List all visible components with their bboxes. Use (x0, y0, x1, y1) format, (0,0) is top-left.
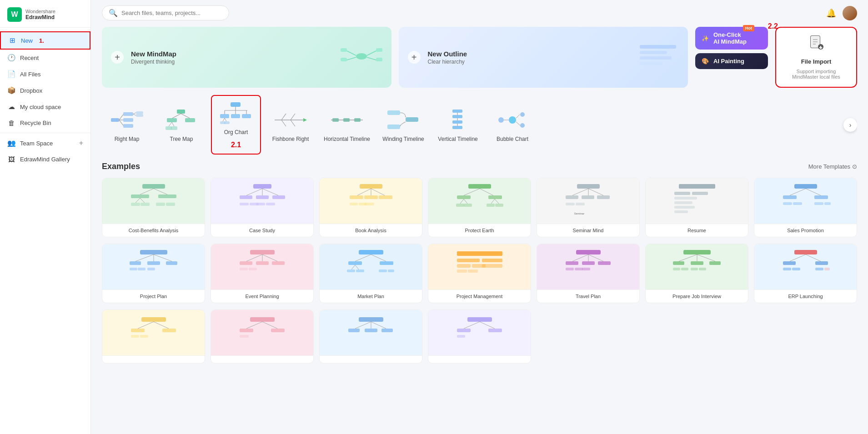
svg-rect-112 (350, 203, 358, 205)
template-winding-timeline[interactable]: Winding Timeline (378, 103, 428, 147)
svg-line-131 (588, 189, 603, 195)
sidebar-item-team-space[interactable]: 👥 Team Space + (0, 135, 90, 151)
mindmap-illustration (339, 43, 384, 72)
search-input[interactable] (121, 10, 222, 16)
mindmap-card-text: New MindMap Divergent thinking (131, 50, 176, 65)
svg-line-223 (138, 322, 154, 329)
example-event-planning[interactable]: Event Planning (211, 244, 314, 303)
file-import-card[interactable]: File Import Support importing MindMaster… (775, 27, 857, 88)
right-map-label: Right Map (115, 136, 140, 142)
template-horizontal-timeline[interactable]: Horizontal Timeline (320, 103, 374, 147)
template-org-chart[interactable]: Org Chart 2.1 (211, 95, 261, 155)
prepare-job-interview-label: Prepare Job Interview (646, 289, 748, 303)
svg-rect-63 (332, 118, 339, 122)
more-templates-link[interactable]: More Templates ⊙ (808, 163, 857, 170)
svg-line-88 (135, 198, 140, 203)
file-import-icon (808, 35, 824, 55)
svg-rect-139 (674, 192, 690, 195)
example-project-plan[interactable]: Project Plan (102, 244, 205, 303)
ai-section: ✨ One-ClickAI MindMap Hot 🎨 AI Painting (695, 27, 768, 88)
svg-rect-22 (111, 118, 119, 122)
sidebar-item-recent[interactable]: 🕐 Recent (0, 50, 90, 66)
new-outline-card[interactable]: + New Outline Clear hierarchy (399, 27, 688, 88)
sidebar-item-recycle[interactable]: 🗑 Recycle Bin (0, 115, 90, 131)
row3-4-thumb (428, 310, 531, 355)
svg-rect-218 (783, 268, 791, 270)
template-tree-map[interactable]: Tree Map (156, 103, 206, 147)
svg-rect-158 (130, 261, 141, 265)
svg-line-129 (572, 189, 588, 195)
user-avatar[interactable] (843, 6, 857, 20)
org-chart-label: Org Chart (224, 129, 248, 135)
resume-label: Resume (646, 224, 748, 237)
case-study-label: Case Study (211, 224, 313, 237)
svg-line-60 (291, 120, 295, 126)
svg-rect-209 (673, 268, 680, 270)
notification-bell-icon[interactable]: 🔔 (826, 8, 836, 18)
example-book-analysis[interactable]: Book Analysis (319, 178, 422, 237)
example-cost-benefits[interactable]: Cost-Benefits Analysis (102, 178, 205, 237)
svg-rect-134 (597, 195, 610, 199)
svg-line-84 (140, 189, 154, 195)
example-seminar-mind[interactable]: Seminar Seminar Mind (537, 178, 640, 237)
search-box[interactable]: 🔍 (102, 5, 229, 20)
svg-rect-201 (582, 268, 590, 270)
svg-rect-140 (692, 192, 708, 195)
example-project-management[interactable]: Project Management (428, 244, 531, 303)
sidebar-item-new[interactable]: ⊞ New 1. (0, 31, 90, 50)
templates-section: Right Map Tree (91, 95, 868, 162)
template-right-map[interactable]: Right Map (102, 103, 152, 147)
example-market-plan[interactable]: Market Plan (319, 244, 422, 303)
templates-next-arrow[interactable]: › (843, 118, 857, 132)
ai-painting-card[interactable]: 🎨 AI Painting (695, 53, 768, 69)
example-travel-plan[interactable]: Travel Plan (537, 244, 640, 303)
example-row3-3[interactable] (319, 309, 422, 364)
svg-rect-32 (136, 114, 143, 117)
template-vertical-timeline[interactable]: Vertical Timeline (433, 103, 483, 147)
example-prepare-job-interview[interactable]: Prepare Job Interview (645, 244, 748, 303)
svg-rect-100 (272, 195, 285, 199)
example-row3-1[interactable] (102, 309, 205, 364)
svg-rect-6 (341, 48, 347, 52)
sidebar-item-all-files[interactable]: 📄 All Files (0, 66, 90, 82)
svg-rect-115 (468, 184, 491, 189)
example-protect-earth[interactable]: Protect Earth (428, 178, 531, 237)
sidebar-item-gallery[interactable]: 🖼 EdrawMind Gallery (0, 151, 90, 167)
example-case-study[interactable]: Case Study (211, 178, 314, 237)
tree-map-label: Tree Map (170, 136, 193, 142)
svg-rect-109 (350, 195, 363, 199)
svg-rect-127 (495, 204, 503, 207)
template-bubble-chart[interactable]: Bubble Chart (487, 103, 537, 147)
book-analysis-label: Book Analysis (320, 224, 422, 237)
svg-rect-49 (231, 114, 240, 118)
example-sales-promotion[interactable]: Sales Promotion (754, 178, 857, 237)
example-row3-2[interactable] (211, 309, 314, 364)
svg-rect-242 (467, 317, 492, 322)
sidebar-item-dropbox[interactable]: 📦 Dropbox (0, 82, 90, 99)
example-row3-4[interactable] (428, 309, 531, 364)
sidebar-item-recent-label: Recent (20, 55, 39, 61)
sidebar-item-cloud[interactable]: ☁ My cloud space (0, 99, 90, 115)
svg-line-157 (154, 254, 172, 261)
team-space-label: Team Space (20, 140, 53, 147)
example-erp-launching[interactable]: ERP Launching (754, 244, 857, 303)
row3-3-label (320, 355, 422, 363)
project-plan-label: Project Plan (102, 289, 205, 303)
create-section: + New MindMap Divergent thinking (91, 27, 868, 95)
recycle-icon: 🗑 (7, 119, 15, 127)
svg-rect-162 (138, 268, 146, 270)
svg-line-174 (355, 254, 371, 261)
svg-rect-161 (130, 268, 137, 270)
ai-mindmap-card[interactable]: ✨ One-ClickAI MindMap Hot (695, 27, 768, 50)
svg-rect-196 (566, 261, 578, 265)
svg-rect-213 (794, 250, 817, 254)
template-fishbone[interactable]: Fishbone Right (266, 103, 316, 147)
outline-title: New Outline (428, 50, 467, 58)
svg-rect-98 (240, 195, 252, 199)
example-resume[interactable]: Resume (645, 178, 748, 237)
annotation-21-label: 2.1 (231, 141, 241, 149)
add-team-icon[interactable]: + (79, 139, 83, 147)
annotation-22-label: 2.2 (768, 22, 778, 30)
examples-row-2: Project Plan Event P (102, 244, 857, 303)
new-mindmap-card[interactable]: + New MindMap Divergent thinking (102, 27, 391, 88)
